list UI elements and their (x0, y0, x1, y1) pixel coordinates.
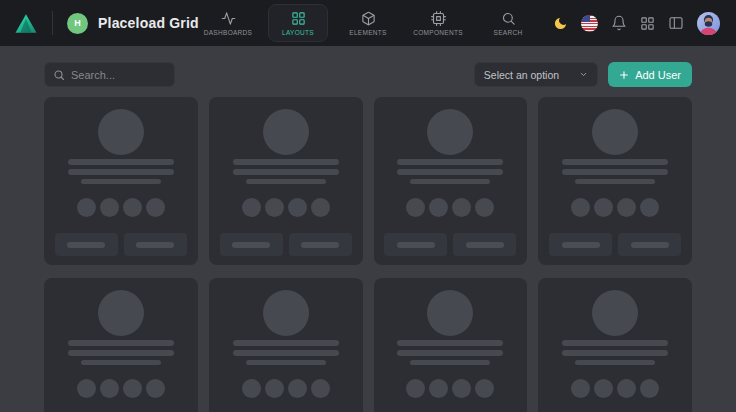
text-line-placeholder (246, 179, 326, 184)
text-line-placeholder (233, 169, 339, 175)
button-label-placeholder (232, 242, 270, 248)
select-value: Select an option (484, 69, 559, 81)
add-user-label: Add User (635, 69, 681, 81)
nav-item-components[interactable]: COMPONENTS (408, 4, 468, 42)
nav-label: DASHBOARDS (204, 29, 253, 36)
text-line-placeholder (575, 179, 655, 184)
text-line-placeholder (397, 159, 503, 165)
text-line-placeholder (575, 360, 655, 365)
dot-placeholder (640, 198, 659, 217)
theme-toggle-button[interactable] (551, 14, 570, 33)
main-nav: DASHBOARDS LAYOUTS ELEMENTS COMPONENTS S… (198, 0, 538, 46)
dot-placeholder (100, 379, 119, 398)
panel-toggle-icon (668, 15, 684, 31)
dots-placeholder-row (406, 198, 494, 217)
button-label-placeholder (301, 242, 339, 248)
dot-placeholder (594, 198, 613, 217)
us-flag-icon (581, 15, 598, 32)
dot-placeholder (123, 198, 142, 217)
text-line-placeholder (233, 159, 339, 165)
placeholder-card (44, 278, 198, 412)
button-placeholder (549, 233, 612, 256)
placeholder-card (374, 278, 528, 412)
text-line-placeholder (562, 340, 668, 346)
dot-placeholder (571, 198, 590, 217)
text-line-placeholder (397, 350, 503, 356)
nav-item-elements[interactable]: ELEMENTS (338, 4, 398, 42)
button-label-placeholder (562, 242, 600, 248)
dot-placeholder (406, 379, 425, 398)
text-line-placeholder (68, 169, 174, 175)
placeholder-card (538, 97, 692, 265)
text-line-placeholder (562, 350, 668, 356)
add-user-button[interactable]: Add User (608, 62, 692, 87)
activity-icon (221, 11, 236, 26)
avatar-placeholder (427, 290, 473, 336)
dots-placeholder-row (77, 379, 165, 398)
dot-placeholder (617, 198, 636, 217)
toolbar: Select an option Add User (44, 62, 692, 87)
text-line-placeholder (246, 360, 326, 365)
language-button[interactable] (579, 13, 600, 34)
dot-placeholder (77, 379, 96, 398)
nav-item-search[interactable]: SEARCH (478, 4, 538, 42)
bell-icon (611, 15, 627, 31)
dot-placeholder (311, 379, 330, 398)
nav-label: SEARCH (494, 29, 523, 36)
search-input[interactable] (71, 69, 166, 81)
button-placeholder (384, 233, 447, 256)
text-line-placeholder (68, 159, 174, 165)
dot-placeholder (452, 379, 471, 398)
top-navbar: H Placeload Grid DASHBOARDS LAYOUTS ELEM… (0, 0, 736, 46)
main-content: Select an option Add User (0, 62, 736, 412)
dot-placeholder (452, 198, 471, 217)
brand-area: H Placeload Grid (14, 11, 199, 35)
brand-logo-icon[interactable] (14, 13, 38, 34)
button-placeholder (55, 233, 118, 256)
dot-placeholder (100, 198, 119, 217)
cpu-icon (431, 11, 446, 26)
nav-item-dashboards[interactable]: DASHBOARDS (198, 4, 258, 42)
apps-grid-icon (640, 16, 655, 31)
panel-toggle-button[interactable] (666, 13, 686, 33)
placeholder-card (209, 97, 363, 265)
button-label-placeholder (136, 242, 174, 248)
option-select[interactable]: Select an option (474, 62, 598, 87)
text-line-placeholder (562, 169, 668, 175)
user-menu-button[interactable] (695, 10, 722, 37)
user-avatar (697, 12, 720, 35)
buttons-placeholder-row (549, 233, 681, 256)
nav-item-layouts[interactable]: LAYOUTS (268, 4, 328, 42)
button-label-placeholder (397, 242, 435, 248)
plus-icon (619, 70, 629, 80)
dot-placeholder (640, 379, 659, 398)
avatar-placeholder (98, 109, 144, 155)
dots-placeholder-row (77, 198, 165, 217)
buttons-placeholder-row (384, 233, 516, 256)
apps-button[interactable] (638, 14, 657, 33)
nav-label: COMPONENTS (413, 29, 463, 36)
dot-placeholder (146, 198, 165, 217)
dot-placeholder (571, 379, 590, 398)
dot-placeholder (475, 379, 494, 398)
text-line-placeholder (397, 169, 503, 175)
notifications-button[interactable] (609, 13, 629, 33)
button-label-placeholder (67, 242, 105, 248)
dots-placeholder-row (571, 379, 659, 398)
text-line-placeholder (81, 360, 161, 365)
cards-grid (44, 97, 692, 412)
project-avatar: H (67, 13, 88, 34)
dot-placeholder (242, 198, 261, 217)
page-title: Placeload Grid (98, 15, 199, 31)
dot-placeholder (429, 198, 448, 217)
dots-placeholder-row (242, 379, 330, 398)
avatar-placeholder (98, 290, 144, 336)
text-line-placeholder (410, 179, 490, 184)
divider (52, 11, 53, 35)
text-line-placeholder (397, 340, 503, 346)
placeholder-card (538, 278, 692, 412)
avatar-placeholder (263, 109, 309, 155)
dot-placeholder (429, 379, 448, 398)
text-line-placeholder (68, 340, 174, 346)
dot-placeholder (594, 379, 613, 398)
